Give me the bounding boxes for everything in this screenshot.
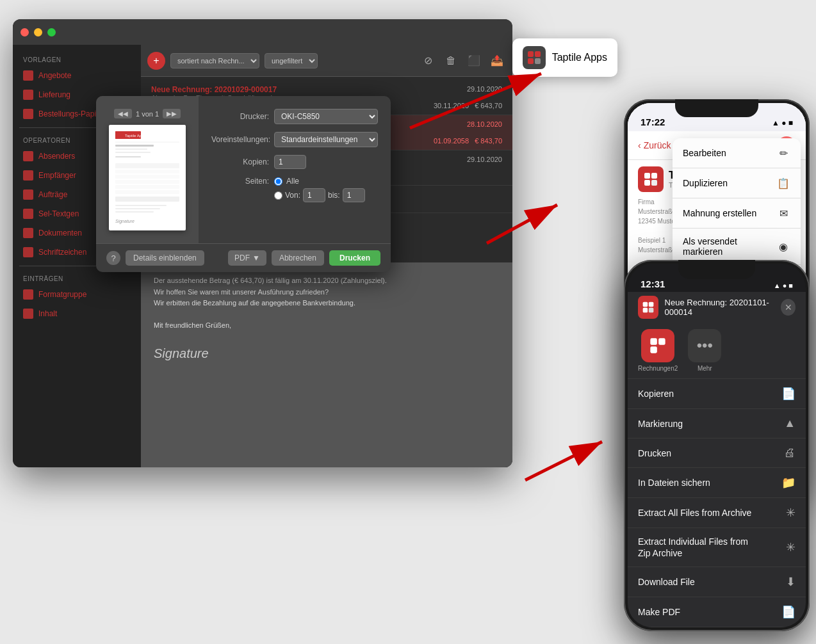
app-rechnungen2[interactable]: Rechnungen2 <box>638 329 678 372</box>
extract-individual-label: Extract Individual Files fromZip Archive <box>638 536 748 559</box>
share-close-button[interactable]: ✕ <box>781 299 796 316</box>
sidebar-item-angebote[interactable]: Angebote <box>13 66 141 85</box>
more-icon: ••• <box>688 329 721 362</box>
print-preview-panel: ◀◀ 1 von 1 ▶▶ Taptile Apps <box>96 96 199 243</box>
svg-rect-17 <box>115 208 160 209</box>
details-button[interactable]: Details einblenden <box>126 250 204 266</box>
back-chevron-icon: ‹ <box>638 140 641 150</box>
toolbar-icon-check[interactable]: ⊘ <box>419 52 437 70</box>
svg-rect-33 <box>658 338 665 345</box>
sidebar-label-sel-textgen: Sel-Textgen <box>38 209 79 218</box>
toolbar-icon-share2[interactable]: 📤 <box>488 52 506 70</box>
drucken-label: Drucken <box>638 448 671 458</box>
svg-text:Taptile Apps: Taptile Apps <box>125 134 145 138</box>
print-button[interactable]: Drucken <box>329 250 380 266</box>
sort-select[interactable]: sortiert nach Rechn... <box>170 53 259 68</box>
svg-rect-25 <box>651 173 657 179</box>
doc-signature: Signature <box>154 343 500 364</box>
pdf-button[interactable]: PDF ▼ <box>228 250 266 266</box>
ios-menu-mahnung[interactable]: Mahnung erstellen ✉ <box>673 198 801 229</box>
iphone-device: 12:31 ▲ ● ■ Neue Rechnung: 20201101-0000… <box>624 260 810 631</box>
svg-rect-5 <box>115 145 154 147</box>
svg-rect-8 <box>115 156 141 157</box>
download-label: Download File <box>638 577 695 587</box>
print-settings-panel: Drucker: OKI-C5850 Voreinstellungen: Sta… <box>199 96 391 243</box>
sidebar-label-bestellung: Bestellungs-Papier <box>38 109 103 118</box>
drucker-select[interactable]: OKI-C5850 <box>274 109 378 124</box>
help-button[interactable]: ? <box>106 251 120 265</box>
taptile-icon <box>523 46 546 69</box>
sidebar-label-dokumenten: Dokumenten <box>38 229 82 237</box>
maximize-button[interactable] <box>47 28 56 36</box>
sidebar-icon <box>23 309 33 319</box>
extract-all-label: Extract All Files from Archive <box>638 508 751 518</box>
sidebar-icon <box>23 209 33 219</box>
iphone-screen: 12:31 ▲ ● ■ Neue Rechnung: 20201101-0000… <box>628 264 806 627</box>
drucker-label: Drucker: <box>211 112 269 121</box>
action-extract-all[interactable]: Extract All Files from Archive ✳ <box>628 498 806 528</box>
ios-menu-duplizieren[interactable]: Duplizieren 📋 <box>673 168 801 198</box>
print-next-btn[interactable]: ▶▶ <box>163 109 181 118</box>
invoice-amount-2: 01.09.2058 € 843,70 <box>434 137 502 145</box>
svg-rect-31 <box>649 308 654 313</box>
sidebar-icon <box>23 109 33 119</box>
svg-rect-15 <box>115 197 179 202</box>
action-download-file[interactable]: Download File ⬇ <box>628 567 806 597</box>
filter-select[interactable]: ungefiltert <box>265 53 318 68</box>
action-kopieren[interactable]: Kopieren 📄 <box>628 379 806 409</box>
sidebar-icon <box>23 247 33 257</box>
app-more[interactable]: ••• Mehr <box>688 329 721 372</box>
minimize-button[interactable] <box>34 28 42 36</box>
ios-back-button[interactable]: ‹ Zurück <box>638 140 671 150</box>
add-button[interactable]: + <box>147 52 165 70</box>
print-preview-paper: Taptile Apps <box>109 125 186 230</box>
duplizieren-label: Duplizieren <box>683 178 728 188</box>
sidebar-icon <box>23 70 33 81</box>
svg-rect-23 <box>535 58 541 64</box>
von-input[interactable] <box>303 188 325 202</box>
sidebar-icon <box>23 289 33 300</box>
sidebar-item-inhalt[interactable]: Inhalt <box>13 304 141 323</box>
pdf-label: PDF <box>234 254 250 262</box>
von-radio[interactable] <box>274 191 282 200</box>
invoice-date-2: 28.10.2020 <box>467 120 502 129</box>
share-invoice-title: Neue Rechnung: 20201101-000014 <box>665 298 781 317</box>
action-markierung[interactable]: Markierung ▲ <box>628 409 806 439</box>
print-icon: 🖨 <box>784 446 796 460</box>
markup-icon: ▲ <box>784 417 796 430</box>
kopien-input[interactable] <box>274 155 306 169</box>
print-prev-btn[interactable]: ◀◀ <box>114 109 132 118</box>
pdf-chevron-icon: ▼ <box>252 254 260 262</box>
extract-individual-icon: ✳ <box>786 540 796 554</box>
taptile-label: Taptile Apps <box>552 52 607 63</box>
close-button[interactable] <box>20 28 29 36</box>
svg-rect-12 <box>115 180 179 184</box>
sidebar-icon <box>23 170 33 181</box>
rechnungen2-label: Rechnungen2 <box>638 365 678 372</box>
svg-rect-13 <box>115 185 179 189</box>
doc-text-2: Wir hoffen Sie waren mit unserer Ausführ… <box>154 287 500 298</box>
sidebar-label-angebote: Angebote <box>38 71 71 80</box>
mac-window: Vorlagen Angebote Lieferung Bestellungs-… <box>13 19 512 467</box>
ios-menu-bearbeiten[interactable]: Bearbeiten ✏ <box>673 138 801 168</box>
bis-input[interactable] <box>343 188 365 202</box>
apps-row: Rechnungen2 ••• Mehr <box>628 323 806 379</box>
action-list: Kopieren 📄 Markierung ▲ Drucken 🖨 In Dat… <box>628 379 806 627</box>
iphone-notch <box>678 260 755 279</box>
toolbar-icon-share1[interactable]: ⬛ <box>465 52 483 70</box>
toolbar-icon-trash[interactable]: 🗑 <box>442 52 460 70</box>
cancel-button[interactable]: Abbrechen <box>272 250 324 266</box>
svg-rect-27 <box>651 180 657 186</box>
markierung-label: Markierung <box>638 419 683 429</box>
action-extract-individual[interactable]: Extract Individual Files fromZip Archive… <box>628 528 806 567</box>
action-drucken[interactable]: Drucken 🖨 <box>628 439 806 468</box>
kopieren-label: Kopieren <box>638 389 674 399</box>
voreinstellungen-select[interactable]: Standardeinstellungen <box>274 132 378 147</box>
action-make-pdf[interactable]: Make PDF 📄 <box>628 597 806 627</box>
action-dateien-sichern[interactable]: In Dateien sichern 📁 <box>628 468 806 498</box>
svg-rect-24 <box>644 173 650 179</box>
alle-radio[interactable] <box>274 177 282 186</box>
svg-rect-34 <box>650 346 657 353</box>
sidebar-label-schriftzeichen: Schriftzeichen <box>38 248 86 257</box>
sidebar-item-formatgruppe[interactable]: Formatgruppe <box>13 285 141 304</box>
